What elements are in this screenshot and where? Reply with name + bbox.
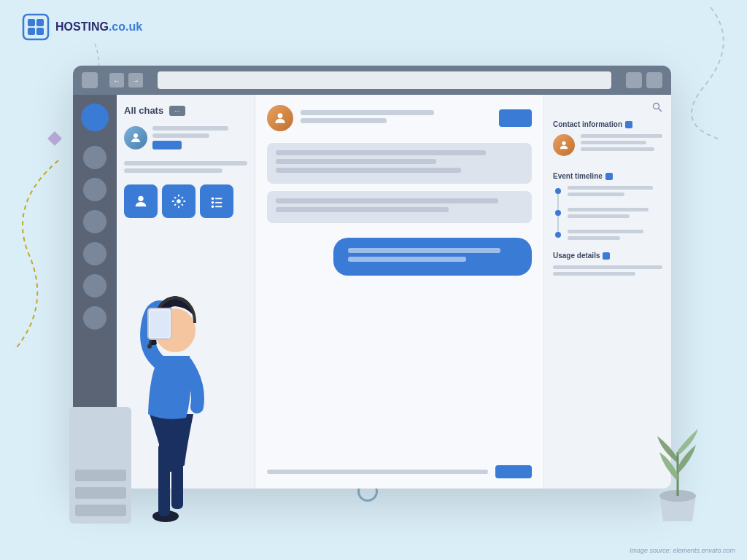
browser-action-1[interactable] [626,72,642,88]
sidebar-item-1[interactable] [83,146,107,169]
timeline-item-1 [568,186,662,196]
contact-info-icon [625,121,632,128]
usage-details-section: Usage details [553,252,662,276]
chat-item-1[interactable] [124,126,247,149]
svg-point-13 [212,201,214,204]
logo: HOSTING.co.uk [22,13,142,41]
person-action-button[interactable] [124,184,158,218]
svg-rect-6 [28,28,35,35]
timeline-dot-2 [555,210,561,216]
browser-action-buttons [626,72,662,88]
url-bar[interactable] [158,71,611,89]
conv-status-line [301,118,387,123]
sent-line-1 [348,248,500,253]
received-message-2 [267,191,532,223]
usage-line-2 [553,272,635,276]
contact-line-1 [581,134,662,138]
chat-item-2[interactable] [124,158,247,176]
svg-marker-0 [47,131,62,146]
tl-line-2a [568,208,649,211]
send-button[interactable] [499,109,532,127]
conversation-avatar [267,105,293,131]
tl-line-2b [568,214,630,218]
search-icon-top[interactable] [553,102,662,114]
nav-forward-button[interactable]: → [128,73,143,88]
chat-lines-2 [124,158,247,176]
sidebar-item-3[interactable] [83,210,107,233]
message-input-line[interactable] [267,470,488,474]
person-figure [128,268,222,524]
chat-list-badge: ··· [169,106,185,116]
contact-line-3 [581,147,654,151]
chat-tag-1 [152,141,182,149]
event-timeline-icon [605,173,613,180]
svg-point-26 [147,344,152,349]
conversation-header-info [301,110,492,126]
msg2-line-1 [276,198,498,203]
svg-rect-3 [23,15,48,39]
msg-line-2 [276,159,436,164]
svg-line-19 [659,109,662,112]
contact-info-lines [581,134,662,154]
settings-action-button[interactable] [162,184,196,218]
svg-point-10 [177,199,181,203]
browser-nav: ← → [109,73,143,88]
received-message-1 [267,143,532,184]
sidebar-main-avatar[interactable] [81,104,109,131]
contact-information-section: Contact information [553,120,662,160]
chat-line-2b [124,168,222,173]
sidebar-item-5[interactable] [83,274,107,298]
browser-chrome-bar: ← → [73,66,671,95]
svg-point-15 [212,206,214,209]
tl-line-1a [568,186,653,190]
svg-point-9 [138,196,143,201]
conversation-header [267,105,532,131]
msg2-line-2 [276,207,449,212]
sidebar-item-4[interactable] [83,242,107,265]
chat-lines-1 [152,126,247,149]
chat-line-2a [124,161,247,166]
tl-line-3b [568,236,620,240]
contact-info-content [553,134,662,160]
chat-list-header: All chats ··· [124,105,247,116]
usage-details-title: Usage details [553,252,662,260]
timeline-item-2 [568,208,662,218]
sent-message [333,238,532,276]
conv-name-line [301,110,434,115]
conversation-input-bar [267,458,532,478]
usage-line-1 [553,265,662,269]
timeline-dot-1 [555,188,561,194]
svg-rect-5 [36,19,44,26]
chat-avatar-1 [124,126,147,149]
svg-rect-4 [28,19,35,26]
svg-point-17 [278,113,283,118]
server-drawer-1 [75,470,126,481]
browser-button-1[interactable] [82,72,98,88]
svg-point-11 [212,198,214,201]
sent-line-2 [348,257,467,262]
chat-conversation-panel [255,95,543,489]
timeline-item-3 [568,230,662,240]
msg-line-3 [276,168,461,173]
image-source-credit: Image source: elements.envato.com [630,547,735,554]
event-timeline-title: Event timeline [553,172,662,180]
sidebar-item-2[interactable] [83,178,107,201]
tl-line-3a [568,230,643,233]
contact-avatar [553,134,575,156]
svg-rect-28 [150,311,169,337]
list-action-button[interactable] [200,184,233,218]
event-timeline-section: Event timeline [553,172,662,240]
contact-line-2 [581,141,646,144]
svg-point-8 [133,133,138,138]
server-drawer-3 [75,505,126,516]
action-icon-buttons [124,184,247,218]
sidebar-item-6[interactable] [83,306,107,330]
tl-line-1b [568,192,624,196]
timeline-container [553,186,662,240]
server-cabinet [69,407,131,524]
logo-text: HOSTING.co.uk [55,20,142,34]
nav-back-button[interactable]: ← [109,73,124,88]
chat-line-1b [152,133,209,138]
browser-action-2[interactable] [646,72,662,88]
bottom-send-button[interactable] [495,465,532,478]
